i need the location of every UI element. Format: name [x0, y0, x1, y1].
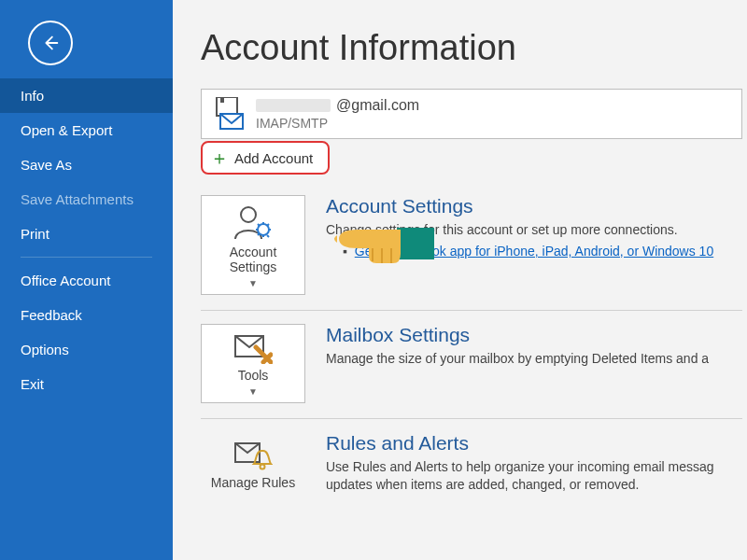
sidebar-item-office-account[interactable]: Office Account — [0, 263, 173, 298]
sidebar-separator — [21, 257, 152, 258]
plus-icon: ＋ — [210, 148, 229, 167]
section-desc: Use Rules and Alerts to help organize yo… — [326, 458, 742, 494]
section-rules-alerts: Manage Rules Rules and Alerts Use Rules … — [201, 418, 742, 511]
tile-manage-rules[interactable]: Manage Rules — [201, 432, 305, 496]
account-icon — [213, 97, 247, 131]
back-arrow-icon — [40, 33, 61, 53]
chevron-down-icon: ▼ — [248, 278, 258, 288]
pointing-hand-annotation — [331, 211, 434, 280]
section-account-settings: Account Settings ▼ Account Settings Chan… — [201, 188, 742, 310]
tile-account-settings[interactable]: Account Settings ▼ — [201, 195, 305, 295]
page-title: Account Information — [201, 28, 747, 68]
tile-tools[interactable]: Tools ▼ — [201, 324, 305, 403]
add-account-label: Add Account — [234, 150, 313, 166]
svg-rect-14 — [397, 228, 434, 259]
sidebar-item-info[interactable]: Info — [0, 78, 173, 113]
sidebar-item-options[interactable]: Options — [0, 332, 173, 367]
sidebar-item-save-as[interactable]: Save As — [0, 147, 173, 182]
section-mailbox-settings: Tools ▼ Mailbox Settings Manage the size… — [201, 310, 742, 418]
add-account-button[interactable]: ＋ Add Account — [201, 141, 330, 175]
svg-point-9 — [241, 207, 256, 222]
svg-point-13 — [261, 465, 265, 469]
sidebar-item-feedback[interactable]: Feedback — [0, 298, 173, 332]
account-protocol: IMAP/SMTP — [256, 116, 419, 131]
svg-rect-7 — [220, 97, 224, 103]
mailbox-tools-icon — [233, 332, 273, 364]
section-title: Rules and Alerts — [326, 432, 742, 455]
user-gear-icon — [233, 203, 273, 241]
back-button[interactable] — [28, 21, 73, 65]
backstage-sidebar: Info Open & Export Save As Save Attachme… — [0, 0, 173, 560]
sidebar-item-open-export[interactable]: Open & Export — [0, 113, 173, 147]
sidebar-item-print[interactable]: Print — [0, 217, 173, 251]
rules-bell-icon — [233, 440, 273, 471]
redacted-text — [256, 99, 331, 112]
sidebar-item-exit[interactable]: Exit — [0, 367, 173, 401]
section-title: Mailbox Settings — [326, 324, 742, 346]
chevron-down-icon: ▼ — [248, 386, 258, 397]
main-panel: Account Information @gmail.com IMAP/SMTP… — [173, 0, 747, 560]
section-desc: Manage the size of your mailbox by empty… — [326, 350, 742, 368]
account-selector[interactable]: @gmail.com IMAP/SMTP — [201, 89, 742, 139]
sidebar-item-save-attachments: Save Attachments — [0, 182, 173, 217]
account-email: @gmail.com — [256, 97, 419, 114]
